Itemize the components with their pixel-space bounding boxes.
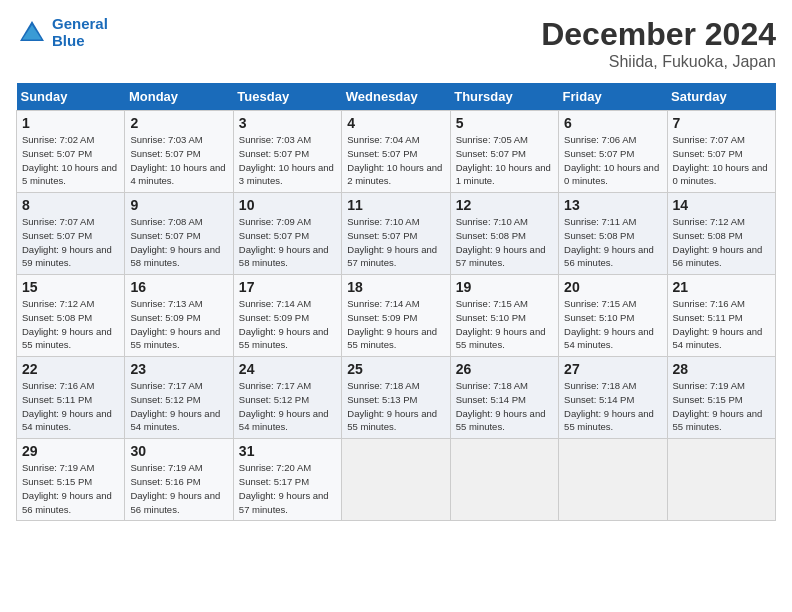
day-number: 29	[22, 443, 119, 459]
logo: General Blue	[16, 16, 108, 49]
day-number: 14	[673, 197, 770, 213]
day-detail: Sunrise: 7:10 AMSunset: 5:07 PMDaylight:…	[347, 215, 444, 270]
calendar-day-cell: 5Sunrise: 7:05 AMSunset: 5:07 PMDaylight…	[450, 111, 558, 193]
calendar-day-cell	[450, 439, 558, 521]
day-number: 25	[347, 361, 444, 377]
calendar-day-cell: 20Sunrise: 7:15 AMSunset: 5:10 PMDayligh…	[559, 275, 667, 357]
day-detail: Sunrise: 7:17 AMSunset: 5:12 PMDaylight:…	[130, 379, 227, 434]
day-detail: Sunrise: 7:10 AMSunset: 5:08 PMDaylight:…	[456, 215, 553, 270]
day-detail: Sunrise: 7:12 AMSunset: 5:08 PMDaylight:…	[673, 215, 770, 270]
day-number: 22	[22, 361, 119, 377]
calendar-day-cell: 3Sunrise: 7:03 AMSunset: 5:07 PMDaylight…	[233, 111, 341, 193]
calendar-day-cell: 1Sunrise: 7:02 AMSunset: 5:07 PMDaylight…	[17, 111, 125, 193]
day-number: 27	[564, 361, 661, 377]
calendar-day-cell: 23Sunrise: 7:17 AMSunset: 5:12 PMDayligh…	[125, 357, 233, 439]
day-number: 15	[22, 279, 119, 295]
calendar-day-cell: 24Sunrise: 7:17 AMSunset: 5:12 PMDayligh…	[233, 357, 341, 439]
calendar-day-cell: 7Sunrise: 7:07 AMSunset: 5:07 PMDaylight…	[667, 111, 775, 193]
day-number: 21	[673, 279, 770, 295]
day-number: 19	[456, 279, 553, 295]
calendar-day-cell: 9Sunrise: 7:08 AMSunset: 5:07 PMDaylight…	[125, 193, 233, 275]
logo-text: General Blue	[52, 16, 108, 49]
calendar-day-cell: 27Sunrise: 7:18 AMSunset: 5:14 PMDayligh…	[559, 357, 667, 439]
calendar-week-row: 8Sunrise: 7:07 AMSunset: 5:07 PMDaylight…	[17, 193, 776, 275]
day-number: 23	[130, 361, 227, 377]
calendar-week-row: 29Sunrise: 7:19 AMSunset: 5:15 PMDayligh…	[17, 439, 776, 521]
calendar-day-cell	[559, 439, 667, 521]
calendar-day-cell: 11Sunrise: 7:10 AMSunset: 5:07 PMDayligh…	[342, 193, 450, 275]
day-number: 8	[22, 197, 119, 213]
calendar-day-cell: 15Sunrise: 7:12 AMSunset: 5:08 PMDayligh…	[17, 275, 125, 357]
page-header: General Blue December 2024 Shiida, Fukuo…	[16, 16, 776, 71]
calendar-table: SundayMondayTuesdayWednesdayThursdayFrid…	[16, 83, 776, 521]
weekday-header: Monday	[125, 83, 233, 111]
weekday-header: Tuesday	[233, 83, 341, 111]
day-detail: Sunrise: 7:15 AMSunset: 5:10 PMDaylight:…	[564, 297, 661, 352]
day-number: 31	[239, 443, 336, 459]
calendar-day-cell: 31Sunrise: 7:20 AMSunset: 5:17 PMDayligh…	[233, 439, 341, 521]
day-number: 17	[239, 279, 336, 295]
day-detail: Sunrise: 7:14 AMSunset: 5:09 PMDaylight:…	[347, 297, 444, 352]
day-number: 7	[673, 115, 770, 131]
day-detail: Sunrise: 7:12 AMSunset: 5:08 PMDaylight:…	[22, 297, 119, 352]
day-detail: Sunrise: 7:19 AMSunset: 5:15 PMDaylight:…	[673, 379, 770, 434]
day-detail: Sunrise: 7:02 AMSunset: 5:07 PMDaylight:…	[22, 133, 119, 188]
day-detail: Sunrise: 7:18 AMSunset: 5:13 PMDaylight:…	[347, 379, 444, 434]
day-number: 18	[347, 279, 444, 295]
calendar-day-cell: 28Sunrise: 7:19 AMSunset: 5:15 PMDayligh…	[667, 357, 775, 439]
calendar-day-cell	[342, 439, 450, 521]
day-number: 2	[130, 115, 227, 131]
day-detail: Sunrise: 7:16 AMSunset: 5:11 PMDaylight:…	[22, 379, 119, 434]
day-number: 6	[564, 115, 661, 131]
day-detail: Sunrise: 7:08 AMSunset: 5:07 PMDaylight:…	[130, 215, 227, 270]
calendar-week-row: 15Sunrise: 7:12 AMSunset: 5:08 PMDayligh…	[17, 275, 776, 357]
weekday-header: Thursday	[450, 83, 558, 111]
day-number: 28	[673, 361, 770, 377]
calendar-day-cell: 4Sunrise: 7:04 AMSunset: 5:07 PMDaylight…	[342, 111, 450, 193]
calendar-day-cell: 12Sunrise: 7:10 AMSunset: 5:08 PMDayligh…	[450, 193, 558, 275]
day-detail: Sunrise: 7:20 AMSunset: 5:17 PMDaylight:…	[239, 461, 336, 516]
calendar-title: December 2024	[541, 16, 776, 53]
day-detail: Sunrise: 7:19 AMSunset: 5:16 PMDaylight:…	[130, 461, 227, 516]
calendar-day-cell: 25Sunrise: 7:18 AMSunset: 5:13 PMDayligh…	[342, 357, 450, 439]
calendar-day-cell: 21Sunrise: 7:16 AMSunset: 5:11 PMDayligh…	[667, 275, 775, 357]
day-number: 5	[456, 115, 553, 131]
logo-line1: General	[52, 15, 108, 32]
calendar-day-cell: 22Sunrise: 7:16 AMSunset: 5:11 PMDayligh…	[17, 357, 125, 439]
day-detail: Sunrise: 7:14 AMSunset: 5:09 PMDaylight:…	[239, 297, 336, 352]
calendar-day-cell: 14Sunrise: 7:12 AMSunset: 5:08 PMDayligh…	[667, 193, 775, 275]
day-detail: Sunrise: 7:13 AMSunset: 5:09 PMDaylight:…	[130, 297, 227, 352]
day-number: 12	[456, 197, 553, 213]
day-detail: Sunrise: 7:19 AMSunset: 5:15 PMDaylight:…	[22, 461, 119, 516]
day-number: 1	[22, 115, 119, 131]
weekday-header-row: SundayMondayTuesdayWednesdayThursdayFrid…	[17, 83, 776, 111]
day-number: 3	[239, 115, 336, 131]
day-detail: Sunrise: 7:18 AMSunset: 5:14 PMDaylight:…	[456, 379, 553, 434]
day-detail: Sunrise: 7:11 AMSunset: 5:08 PMDaylight:…	[564, 215, 661, 270]
day-number: 10	[239, 197, 336, 213]
day-detail: Sunrise: 7:03 AMSunset: 5:07 PMDaylight:…	[239, 133, 336, 188]
title-block: December 2024 Shiida, Fukuoka, Japan	[541, 16, 776, 71]
calendar-day-cell: 10Sunrise: 7:09 AMSunset: 5:07 PMDayligh…	[233, 193, 341, 275]
logo-line2: Blue	[52, 32, 85, 49]
calendar-day-cell	[667, 439, 775, 521]
calendar-day-cell: 17Sunrise: 7:14 AMSunset: 5:09 PMDayligh…	[233, 275, 341, 357]
day-detail: Sunrise: 7:06 AMSunset: 5:07 PMDaylight:…	[564, 133, 661, 188]
day-number: 16	[130, 279, 227, 295]
calendar-day-cell: 18Sunrise: 7:14 AMSunset: 5:09 PMDayligh…	[342, 275, 450, 357]
calendar-day-cell: 29Sunrise: 7:19 AMSunset: 5:15 PMDayligh…	[17, 439, 125, 521]
calendar-day-cell: 30Sunrise: 7:19 AMSunset: 5:16 PMDayligh…	[125, 439, 233, 521]
calendar-day-cell: 8Sunrise: 7:07 AMSunset: 5:07 PMDaylight…	[17, 193, 125, 275]
calendar-week-row: 1Sunrise: 7:02 AMSunset: 5:07 PMDaylight…	[17, 111, 776, 193]
day-detail: Sunrise: 7:16 AMSunset: 5:11 PMDaylight:…	[673, 297, 770, 352]
day-detail: Sunrise: 7:18 AMSunset: 5:14 PMDaylight:…	[564, 379, 661, 434]
calendar-day-cell: 26Sunrise: 7:18 AMSunset: 5:14 PMDayligh…	[450, 357, 558, 439]
day-number: 26	[456, 361, 553, 377]
day-detail: Sunrise: 7:04 AMSunset: 5:07 PMDaylight:…	[347, 133, 444, 188]
calendar-week-row: 22Sunrise: 7:16 AMSunset: 5:11 PMDayligh…	[17, 357, 776, 439]
day-detail: Sunrise: 7:09 AMSunset: 5:07 PMDaylight:…	[239, 215, 336, 270]
day-detail: Sunrise: 7:07 AMSunset: 5:07 PMDaylight:…	[22, 215, 119, 270]
day-detail: Sunrise: 7:17 AMSunset: 5:12 PMDaylight:…	[239, 379, 336, 434]
weekday-header: Wednesday	[342, 83, 450, 111]
day-detail: Sunrise: 7:05 AMSunset: 5:07 PMDaylight:…	[456, 133, 553, 188]
